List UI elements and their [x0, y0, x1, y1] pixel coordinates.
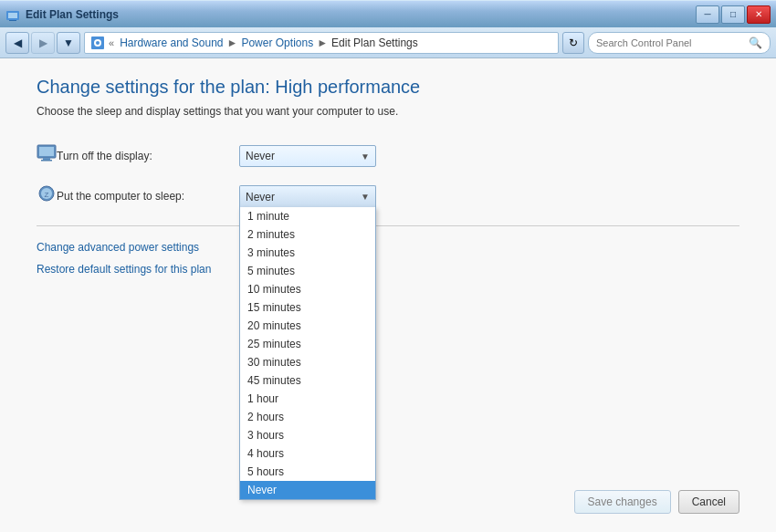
minimize-button[interactable]: ─ [696, 5, 719, 24]
sleep-icon: Z [37, 185, 57, 202]
sleep-control: Never ▼ 1 minute 2 minutes 3 minutes 5 m… [239, 185, 376, 207]
window-icon [5, 7, 20, 22]
option-2hr[interactable]: 2 hours [240, 408, 375, 426]
main-content: Change settings for the plan: High perfo… [0, 58, 776, 532]
svg-rect-10 [41, 160, 52, 162]
breadcrumb-hardware[interactable]: Hardware and Sound [120, 37, 223, 49]
option-1hr[interactable]: 1 hour [240, 390, 375, 408]
search-bar: 🔍 [588, 32, 771, 54]
bottom-buttons: Save changes Cancel [574, 490, 739, 514]
option-15min[interactable]: 15 minutes [240, 298, 375, 317]
breadcrumb-bar: « Hardware and Sound ► Power Options ► E… [84, 32, 559, 54]
option-30min[interactable]: 30 minutes [240, 353, 375, 371]
option-5hr[interactable]: 5 hours [240, 463, 375, 481]
display-control: Never ▼ [239, 145, 376, 167]
sleep-setting-row: Z Put the computer to sleep: Never ▼ 1 m… [37, 185, 739, 207]
page-title: Change settings for the plan: High perfo… [37, 77, 739, 98]
forward-button[interactable]: ▶ [31, 32, 55, 54]
option-3min[interactable]: 3 minutes [240, 244, 375, 262]
sleep-value: Never [246, 191, 275, 203]
option-25min[interactable]: 25 minutes [240, 335, 375, 353]
breadcrumb-sep-1: ► [227, 37, 238, 49]
option-2min[interactable]: 2 minutes [240, 225, 375, 244]
sleep-label: Put the computer to sleep: [57, 185, 239, 207]
address-bar: ◀ ▶ ▼ « Hardware and Sound ► Power Optio… [0, 27, 776, 58]
search-input[interactable] [596, 37, 745, 48]
svg-rect-9 [43, 158, 50, 160]
svg-text:Z: Z [45, 191, 49, 199]
breadcrumb-power[interactable]: Power Options [241, 37, 313, 49]
option-4hr[interactable]: 4 hours [240, 444, 375, 463]
svg-rect-8 [39, 147, 54, 156]
title-bar-left: Edit Plan Settings [5, 7, 119, 22]
display-label: Turn off the display: [57, 145, 239, 167]
breadcrumb-sep-2: ► [317, 37, 328, 49]
page-subtitle: Choose the sleep and display settings th… [37, 105, 739, 118]
window-title: Edit Plan Settings [26, 8, 119, 21]
option-5min[interactable]: 5 minutes [240, 262, 375, 280]
cancel-button[interactable]: Cancel [678, 490, 739, 514]
sleep-dropdown[interactable]: Never ▼ [239, 185, 376, 207]
restore-link[interactable]: Restore default settings for this plan [37, 263, 211, 276]
sleep-dropdown-list: 1 minute 2 minutes 3 minutes 5 minutes 1… [239, 207, 376, 500]
divider [37, 225, 739, 226]
option-10min[interactable]: 10 minutes [240, 280, 375, 298]
title-bar-buttons: ─ □ ✕ [696, 5, 771, 24]
nav-buttons: ◀ ▶ ▼ [5, 32, 80, 54]
option-20min[interactable]: 20 minutes [240, 317, 375, 335]
search-icon: 🔍 [749, 37, 762, 49]
maximize-button[interactable]: □ [721, 5, 745, 24]
display-value: Never [246, 150, 275, 162]
sleep-dropdown-arrow: ▼ [361, 192, 370, 202]
svg-rect-3 [9, 20, 16, 21]
restore-link-row: Restore default settings for this plan [37, 263, 739, 276]
advanced-link-row: Change advanced power settings [37, 241, 739, 254]
breadcrumb-current: Edit Plan Settings [331, 37, 418, 49]
display-dropdown[interactable]: Never ▼ [239, 145, 376, 167]
svg-point-6 [96, 41, 100, 45]
advanced-link[interactable]: Change advanced power settings [37, 241, 199, 254]
svg-rect-1 [8, 13, 17, 18]
display-icon [37, 145, 57, 162]
back-button[interactable]: ◀ [5, 32, 29, 54]
option-1min[interactable]: 1 minute [240, 207, 375, 225]
dropdown-button[interactable]: ▼ [57, 32, 80, 54]
option-45min[interactable]: 45 minutes [240, 371, 375, 390]
display-setting-row: Turn off the display: Never ▼ [37, 145, 739, 167]
display-dropdown-arrow: ▼ [361, 151, 370, 162]
close-button[interactable]: ✕ [747, 5, 771, 24]
control-panel-icon [90, 36, 105, 50]
refresh-button[interactable]: ↻ [562, 32, 584, 54]
save-button[interactable]: Save changes [574, 490, 671, 514]
option-3hr[interactable]: 3 hours [240, 426, 375, 444]
option-never[interactable]: Never [240, 481, 375, 499]
title-bar: Edit Plan Settings ─ □ ✕ [0, 0, 776, 27]
